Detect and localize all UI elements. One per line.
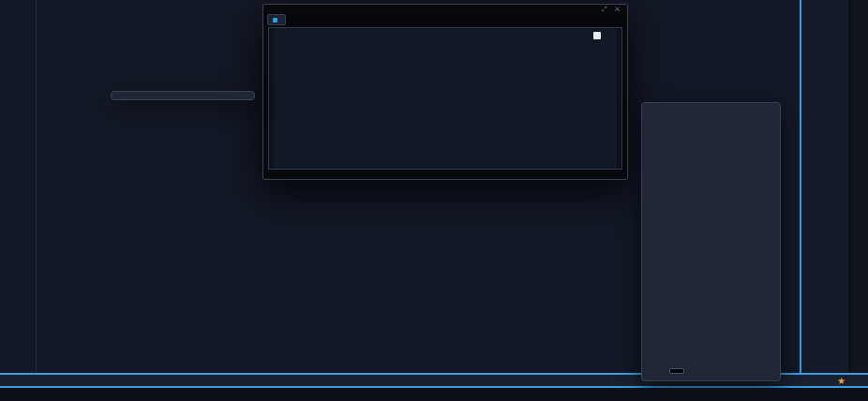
app-root: ⤢ ✕ xyxy=(0,0,868,401)
popup-right-sidebar xyxy=(617,28,621,169)
popup-tab-main-chart[interactable] xyxy=(267,14,286,25)
right-sidebar xyxy=(849,0,868,373)
right-price-axis[interactable] xyxy=(800,0,853,373)
chart-context-menu xyxy=(111,91,255,100)
popup-left-toolbar xyxy=(269,28,274,169)
popup-window-icons[interactable]: ⤢ ✕ xyxy=(602,6,622,13)
save-tooltip xyxy=(669,368,684,374)
screenshot-preview-popup: ⤢ ✕ xyxy=(262,4,628,180)
popup-mini-chart xyxy=(268,27,622,170)
left-price-axis[interactable] xyxy=(0,0,37,373)
popup-save-image-icon[interactable] xyxy=(593,32,601,39)
chart-legend xyxy=(41,4,64,52)
favorite-star-icon[interactable]: ★ xyxy=(837,376,846,386)
bottom-toolbar xyxy=(0,388,868,401)
save-layout-menu xyxy=(641,102,781,381)
chart-tab-icon xyxy=(273,18,277,22)
notification-dot xyxy=(840,357,846,364)
popup-status-dot xyxy=(617,172,621,176)
